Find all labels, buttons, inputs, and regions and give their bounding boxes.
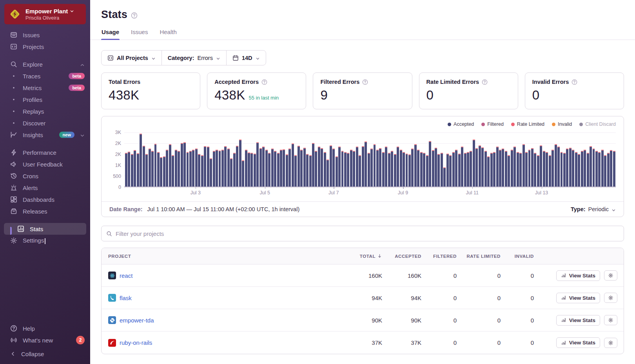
sidebar-item-issues[interactable]: Issues: [0, 29, 90, 41]
legend-item-invalid[interactable]: Invalid: [552, 121, 572, 127]
chart-bar: [332, 148, 335, 187]
page-help-icon[interactable]: [131, 12, 138, 19]
chart-bar: [406, 154, 408, 187]
stats-icon: [17, 225, 24, 232]
column-header-invalid[interactable]: INVALID: [502, 254, 535, 259]
sidebar-item-profiles[interactable]: Profiles: [0, 94, 90, 105]
project-link[interactable]: ruby-on-rails: [120, 339, 152, 346]
chart-bar: [271, 148, 274, 187]
sidebar-section: ExploreTracesbetaMetricsbetaProfilesRepl…: [0, 58, 90, 141]
chart-bar: [523, 144, 525, 187]
sidebar-item-label: Insights: [23, 132, 54, 138]
sidebar-item-label: Traces: [23, 73, 63, 80]
project-link[interactable]: flask: [120, 295, 132, 301]
project-settings-button[interactable]: [604, 315, 617, 325]
cell-filtered: 0: [423, 272, 458, 279]
sidebar-item-crons[interactable]: Crons: [0, 170, 90, 182]
cell-invalid: 0: [502, 339, 535, 346]
sidebar-item-traces[interactable]: Tracesbeta: [0, 70, 90, 82]
tab-usage[interactable]: Usage: [101, 26, 120, 40]
sidebar-item-metrics[interactable]: Metricsbeta: [0, 82, 90, 94]
chart-bar: [134, 150, 136, 187]
chart-bar: [569, 148, 572, 187]
sidebar-section: PerformanceUser FeedbackCronsAlertsDashb…: [0, 147, 90, 217]
chart-footer: Date Range: Jul 1 10:00 AM — Jul 15 11:0…: [102, 201, 624, 217]
sidebar-section: IssuesProjects: [0, 29, 90, 53]
chart-bar: [437, 154, 440, 187]
view-stats-button[interactable]: View Stats: [556, 337, 600, 348]
alerts-icon: [10, 184, 17, 191]
legend-item-rate-limited[interactable]: Rate Limited: [511, 121, 544, 127]
sidebar-collapse-button[interactable]: Collapse: [0, 346, 90, 364]
category-filter[interactable]: Category: Errors: [161, 51, 226, 65]
chart-bar: [490, 153, 493, 187]
sidebar-item-settings[interactable]: Settings: [0, 235, 90, 246]
sidebar-item-insights[interactable]: Insightsnew: [0, 129, 90, 141]
project-search-input[interactable]: [116, 230, 619, 237]
table-row-flask: flask94K94K000View Stats: [102, 287, 624, 309]
chart-bar: [464, 153, 466, 187]
view-stats-button[interactable]: View Stats: [556, 315, 600, 326]
chart-bar: [443, 167, 446, 187]
sidebar-item-label: Discover: [23, 120, 85, 127]
sidebar-item-projects[interactable]: Projects: [0, 41, 90, 53]
legend-item-accepted[interactable]: Accepted: [448, 121, 474, 127]
help-icon[interactable]: [482, 79, 488, 85]
column-header-rate-limited[interactable]: RATE LIMITED: [458, 254, 502, 259]
view-stats-button[interactable]: View Stats: [556, 293, 600, 303]
chart-bar: [426, 155, 428, 187]
stat-card-rate-limited-errors: Rate Limited Errors0: [419, 72, 518, 109]
column-header-label: FILTERED: [433, 254, 457, 259]
gear-icon: [608, 317, 613, 323]
tab-health[interactable]: Health: [159, 26, 177, 40]
sidebar-item-label: Replays: [23, 108, 85, 115]
sidebar-item-replays[interactable]: Replays: [0, 105, 90, 117]
help-icon[interactable]: [362, 79, 368, 85]
column-header-accepted[interactable]: ACCEPTED: [384, 254, 423, 259]
project-settings-button[interactable]: [604, 338, 617, 348]
help-icon[interactable]: [261, 79, 267, 85]
legend-item-client-discard[interactable]: Client Discard: [579, 121, 616, 127]
platform-icon-react: [108, 272, 116, 279]
chart-type-select[interactable]: Type: Periodic: [571, 206, 616, 212]
chart-bar: [467, 152, 469, 187]
chart-bar: [341, 151, 344, 187]
chart-bar: [420, 152, 423, 187]
chart-bar: [508, 155, 510, 187]
legend-item-filtered[interactable]: Filtered: [481, 121, 504, 127]
chart-bar: [327, 159, 329, 187]
date-range-filter[interactable]: 14D: [226, 51, 266, 65]
sidebar-item-user-feedback[interactable]: User Feedback: [0, 158, 90, 170]
project-link[interactable]: react: [120, 272, 132, 279]
stat-card-title: Filtered Errors: [320, 79, 405, 85]
sidebar-item-alerts[interactable]: Alerts: [0, 182, 90, 194]
chart-bar: [309, 155, 312, 187]
project-settings-button[interactable]: [604, 293, 617, 303]
project-settings-button[interactable]: [604, 270, 617, 281]
chart-bar: [230, 158, 232, 187]
column-header-total[interactable]: TOTAL: [343, 254, 384, 259]
y-axis-label: 1K: [108, 163, 121, 168]
column-header-project[interactable]: PROJECT: [102, 254, 343, 259]
view-stats-button[interactable]: View Stats: [556, 270, 600, 281]
project-filter[interactable]: All Projects: [102, 51, 161, 65]
tab-issues[interactable]: Issues: [131, 26, 148, 40]
sidebar-item-discover[interactable]: Discover: [0, 117, 90, 129]
sidebar-item-help[interactable]: Help: [0, 322, 90, 334]
project-link[interactable]: empower-tda: [120, 317, 154, 324]
platform-icon-flask: [108, 294, 116, 302]
sidebar-item-performance[interactable]: Performance: [0, 147, 90, 158]
sidebar-item-explore[interactable]: Explore: [0, 58, 90, 70]
sidebar-item-stats[interactable]: Stats: [0, 223, 90, 235]
chart-bar: [256, 142, 259, 187]
sidebar-item-label: User Feedback: [23, 161, 85, 168]
column-header-filtered[interactable]: FILTERED: [423, 254, 458, 259]
org-switcher[interactable]: Empower Plant Priscila Oliveira: [4, 4, 86, 24]
sidebar-item-dashboards[interactable]: Dashboards: [0, 194, 90, 205]
sidebar-item-what-s-new[interactable]: What's new2: [0, 334, 90, 346]
chart-bar: [408, 154, 411, 187]
sidebar-item-releases[interactable]: Releases: [0, 205, 90, 217]
chart-bar: [356, 147, 358, 187]
help-icon[interactable]: [572, 79, 577, 85]
chevron-up-icon: [80, 62, 85, 67]
